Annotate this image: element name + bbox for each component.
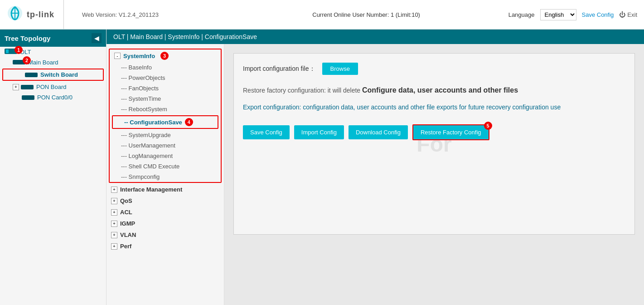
middle-nav: - SystemInfo 3 --- BaseInfo --- PowerObj…	[107, 44, 224, 305]
olt-badge-wrap: 1	[5, 49, 20, 55]
nav-item-usermanagement[interactable]: --- UserManagement	[110, 140, 221, 151]
content-area: OLT | Main Board | SystemInfo | Configur…	[107, 30, 644, 305]
nav-item-powerobjects[interactable]: --- PowerObjects	[110, 73, 221, 83]
ponboard-expand[interactable]: +	[13, 84, 19, 90]
qos-expand-icon[interactable]: +	[111, 198, 117, 204]
acl-expand-icon[interactable]: +	[111, 209, 117, 216]
content-body: - SystemInfo 3 --- BaseInfo --- PowerObj…	[107, 44, 644, 305]
vlan-expand-icon[interactable]: +	[111, 232, 117, 238]
acl-label: ACL	[120, 209, 132, 216]
language-label: Language	[508, 11, 535, 18]
sidebar-header: Tree Topology ◀	[0, 30, 106, 47]
tree-item-poncard[interactable]: PON Card0/0	[0, 92, 106, 103]
restore-factory-badge: 5	[484, 122, 492, 130]
configurationsave-badge: 4	[185, 118, 193, 126]
tree-item-ponboard[interactable]: + PON Board	[0, 82, 106, 92]
import-config-button[interactable]: Import Config	[294, 125, 344, 139]
browse-button[interactable]: Browse	[322, 63, 358, 75]
nav-section-acl[interactable]: + ACL	[107, 207, 224, 218]
vlan-label: VLAN	[120, 231, 136, 238]
nav-section-vlan[interactable]: + VLAN	[107, 229, 224, 241]
config-panel: For Import configuration file： Browse Re…	[233, 53, 635, 235]
restore-text: Restore factory configuration: it will d…	[243, 86, 625, 94]
poncard-device-icon	[22, 95, 34, 100]
mainboard-label: Main Board	[28, 59, 58, 66]
restore-factory-wrap: Restore Factory Config 5	[412, 124, 489, 140]
exit-label: Exit	[627, 11, 637, 18]
ponboard-device-icon	[21, 85, 34, 89]
nav-section-igmp[interactable]: + IGMP	[107, 218, 224, 229]
mainboard-badge-wrap: 2	[13, 59, 28, 66]
tree-topology-title: Tree Topology	[5, 34, 50, 42]
interface-expand-icon[interactable]: +	[111, 187, 117, 193]
nav-section-interface[interactable]: + Interface Management	[107, 184, 224, 195]
switchboard-label: Switch Board	[40, 71, 78, 78]
restore-bold: Configure data, user accounts and other …	[362, 86, 518, 94]
configurationsave-label: -- ConfigurationSave	[124, 119, 182, 126]
language-select[interactable]: English Chinese	[540, 9, 576, 20]
save-config-button[interactable]: Save Config	[243, 125, 290, 139]
nav-item-configurationsave-wrap: -- ConfigurationSave 4	[112, 115, 218, 129]
systeminfo-badge: 3	[160, 52, 169, 60]
action-buttons: Save Config Import Config Download Confi…	[243, 124, 625, 140]
sidebar-toggle-button[interactable]: ◀	[92, 33, 102, 43]
export-label: Export configuration:	[243, 103, 303, 111]
olt-badge: 1	[15, 46, 23, 54]
interface-label: Interface Management	[120, 186, 182, 193]
poncard-label: PON Card0/0	[37, 94, 73, 101]
header-right: Language English Chinese Save Config ⏻ E…	[508, 9, 637, 20]
export-text: Export configuration: configuration data…	[243, 103, 625, 111]
systeminfo-label: SystemInfo	[123, 53, 155, 59]
nav-item-rebootsystem[interactable]: --- RebootSystem	[110, 104, 221, 114]
nav-section-systeminfo-header[interactable]: - SystemInfo 3	[110, 49, 221, 62]
tree-item-mainboard[interactable]: 2 Main Board	[0, 57, 106, 68]
nav-item-configurationsave[interactable]: -- ConfigurationSave 4	[113, 116, 218, 128]
download-config-button[interactable]: Download Config	[349, 125, 408, 139]
right-panel: For Import configuration file： Browse Re…	[224, 44, 644, 305]
restore-prefix: Restore factory configuration: it will d…	[243, 87, 362, 94]
igmp-label: IGMP	[120, 220, 135, 227]
nav-item-fanobjects[interactable]: --- FanObjects	[110, 83, 221, 93]
qos-label: QoS	[120, 197, 132, 204]
switchboard-device-icon	[25, 73, 38, 77]
nav-item-systemtime[interactable]: --- SystemTime	[110, 93, 221, 104]
nav-section-systeminfo: - SystemInfo 3 --- BaseInfo --- PowerObj…	[109, 49, 222, 183]
import-label: Import configuration file：	[243, 65, 315, 73]
import-row: Import configuration file： Browse	[243, 63, 625, 75]
nav-item-snmpconfig[interactable]: --- Snmpconfig	[110, 172, 221, 182]
tree-item-olt[interactable]: 1 OLT	[0, 47, 106, 57]
nav-item-shellcmd[interactable]: --- Shell CMD Execute	[110, 161, 221, 172]
nav-section-perf[interactable]: + Perf	[107, 241, 224, 252]
tree-item-switchboard[interactable]: Switch Board	[2, 69, 104, 81]
nav-item-systemupgrade[interactable]: --- SystemUpgrade	[110, 130, 221, 140]
nav-item-logmanagement[interactable]: --- LogManagement	[110, 151, 221, 161]
mainboard-badge: 2	[23, 56, 31, 64]
main-layout: Tree Topology ◀ 1 OLT 2 Main Board Switc…	[0, 30, 644, 305]
power-icon: ⏻	[619, 11, 625, 18]
perf-expand-icon[interactable]: +	[111, 243, 117, 250]
perf-label: Perf	[120, 243, 131, 250]
restore-factory-button[interactable]: Restore Factory Config	[412, 124, 489, 140]
systeminfo-expand-icon[interactable]: -	[114, 53, 121, 59]
export-link: configuration data, user accounts and ot…	[303, 103, 561, 111]
igmp-expand-icon[interactable]: +	[111, 221, 117, 227]
online-users-text: Current Online User Number: 1 (Limit:10)	[224, 11, 508, 18]
nav-item-baseinfo[interactable]: --- BaseInfo	[110, 62, 221, 73]
version-text: Web Version: V1.2.4_201123	[73, 11, 224, 18]
ponboard-label: PON Board	[36, 84, 66, 90]
header: tp-link Web Version: V1.2.4_201123 Curre…	[0, 0, 644, 30]
save-config-link[interactable]: Save Config	[582, 11, 614, 18]
exit-button[interactable]: ⏻ Exit	[619, 11, 637, 18]
logo-area: tp-link	[7, 0, 64, 29]
nav-section-qos[interactable]: + QoS	[107, 195, 224, 207]
tp-link-icon	[7, 5, 23, 25]
logo-text: tp-link	[27, 10, 54, 20]
breadcrumb: OLT | Main Board | SystemInfo | Configur…	[107, 30, 644, 44]
sidebar: Tree Topology ◀ 1 OLT 2 Main Board Switc…	[0, 30, 107, 305]
